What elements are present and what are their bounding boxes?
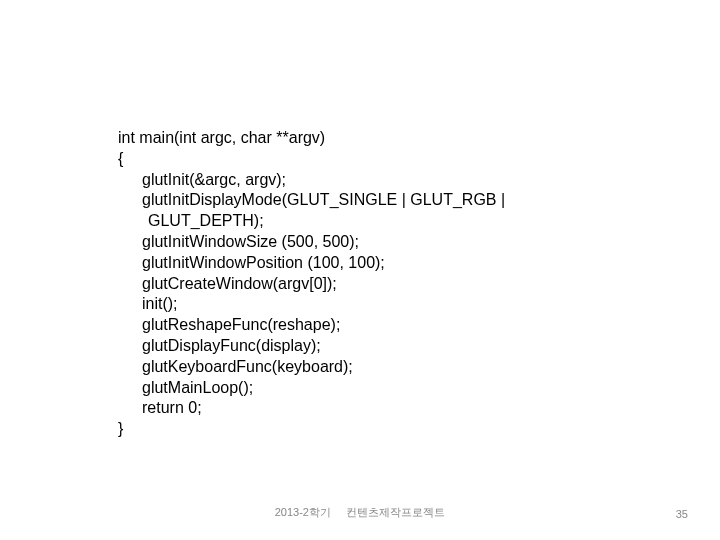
code-line: GLUT_DEPTH); [118,211,598,232]
code-line: } [118,419,598,440]
code-line: { [118,149,598,170]
code-line: init(); [118,294,598,315]
code-line: glutDisplayFunc(display); [118,336,598,357]
code-line: glutInit(&argc, argv); [118,170,598,191]
code-line: glutCreateWindow(argv[0]); [118,274,598,295]
code-block: int main(int argc, char **argv) { glutIn… [118,128,598,440]
code-line: glutKeyboardFunc(keyboard); [118,357,598,378]
code-line: glutMainLoop(); [118,378,598,399]
code-line: glutInitWindowPosition (100, 100); [118,253,598,274]
footer-course: 컨텐츠제작프로젝트 [346,506,445,518]
code-line: glutInitWindowSize (500, 500); [118,232,598,253]
page-number: 35 [676,508,688,520]
code-line: int main(int argc, char **argv) [118,128,598,149]
code-line: glutReshapeFunc(reshape); [118,315,598,336]
footer-semester: 2013-2학기 [275,506,331,518]
code-line: glutInitDisplayMode(GLUT_SINGLE | GLUT_R… [118,190,598,211]
slide: int main(int argc, char **argv) { glutIn… [0,0,720,540]
code-line: return 0; [118,398,598,419]
footer: 2013-2학기 컨텐츠제작프로젝트 [0,505,720,520]
